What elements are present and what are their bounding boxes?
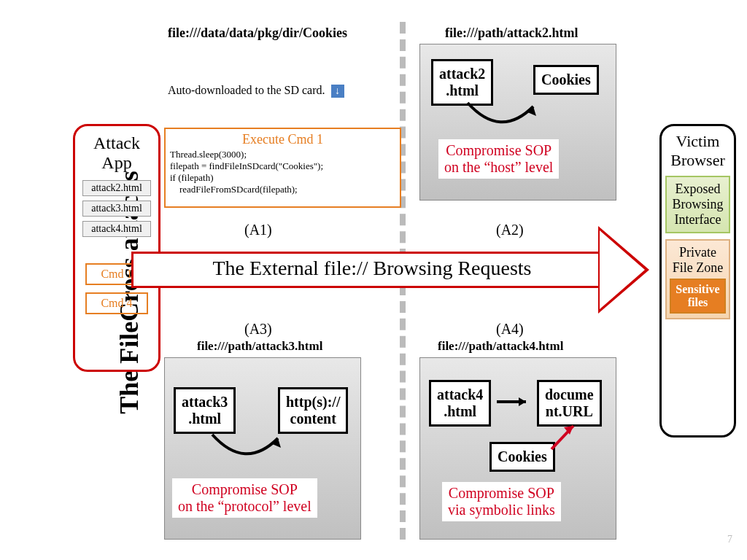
- straight-arrow-icon: [497, 396, 541, 411]
- private-file-zone-text: Private File Zone: [673, 245, 724, 275]
- attack-app-title: Attack App: [81, 133, 152, 173]
- svg-marker-3: [519, 397, 526, 406]
- a2-message: Compromise SOP on the “host” level: [438, 139, 559, 179]
- panel-a2: attack2 .html Cookies Compromise SOP on …: [419, 44, 616, 201]
- a4-box-attack4: attack4 .html: [429, 380, 491, 427]
- autodownload-text: Auto-downloaded to the SD card.: [168, 84, 325, 96]
- victim-browser-box: Victim Browser Exposed Browsing Interfac…: [659, 124, 736, 438]
- private-file-zone-box: Private File Zone Sensitive files: [665, 239, 730, 319]
- page-number: 7: [727, 534, 732, 545]
- autodownload-note: Auto-downloaded to the SD card. ↓: [168, 84, 344, 98]
- panel-a3: attack3 .html http(s):// content Comprom…: [164, 357, 361, 540]
- download-icon: ↓: [331, 85, 344, 98]
- a4-box-cookies: Cookies: [489, 442, 555, 472]
- sensitive-files-box: Sensitive files: [670, 279, 726, 314]
- label-a3: (A3): [244, 321, 272, 338]
- arrow-text: The External file:// Browsing Requests: [153, 257, 591, 280]
- red-arrow-icon: [548, 420, 584, 456]
- panel-a4: attack4 .html docume nt.URL Cookies Comp…: [419, 357, 616, 540]
- label-a4: (A4): [496, 321, 524, 338]
- label-a2: (A2): [496, 222, 524, 238]
- victim-title: Victim Browser: [665, 132, 730, 170]
- attack-file-item: attack2.html: [82, 180, 151, 196]
- execute-cmd-box: Execute Cmd 1 Thread.sleep(3000); filepa…: [164, 128, 401, 208]
- a4-message: Compromise SOP via symbolic links: [442, 482, 561, 521]
- a3-message: Compromise SOP on the “protocol” level: [172, 478, 317, 518]
- attack-file-item: attack3.html: [82, 201, 151, 217]
- exposed-interface-box: Exposed Browsing Interface: [665, 176, 730, 233]
- label-a1: (A1): [244, 222, 272, 238]
- execute-cmd-code: Thread.sleep(3000); filepath = findFileI…: [170, 149, 395, 195]
- url-attack4: file:///path/attack4.html: [438, 339, 563, 354]
- url-attack3: file:///path/attack3.html: [197, 339, 322, 354]
- execute-cmd-title: Execute Cmd 1: [170, 132, 395, 147]
- curved-arrow-icon: [460, 96, 548, 139]
- url-cookies: file:///data/data/pkg/dir/Cookies: [168, 26, 347, 41]
- url-attack2: file:///path/attack2.html: [445, 26, 578, 41]
- a2-box-cookies: Cookies: [533, 65, 599, 95]
- curved-arrow-icon: [205, 427, 293, 471]
- big-arrow: The External file:// Browsing Requests: [131, 226, 664, 314]
